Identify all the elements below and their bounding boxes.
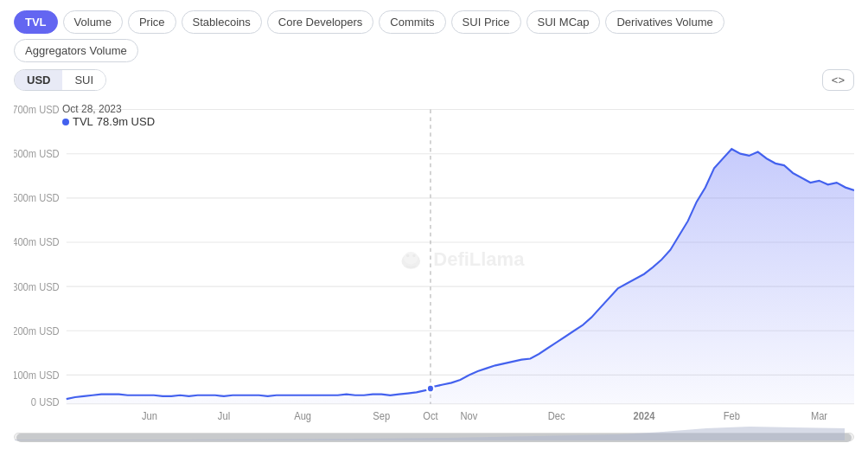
tooltip-tvl-label: TVL <box>73 115 93 128</box>
tab-derivatives-volume[interactable]: Derivatives Volume <box>605 10 724 34</box>
embed-button[interactable]: <> <box>822 69 854 91</box>
currency-sui[interactable]: SUI <box>62 70 105 90</box>
tab-core-developers[interactable]: Core Developers <box>267 10 374 34</box>
svg-text:300m USD: 300m USD <box>14 280 60 292</box>
svg-text:Feb: Feb <box>724 409 741 421</box>
scrollbar-area <box>14 425 854 449</box>
currency-group: USD SUI <box>14 69 106 91</box>
svg-text:200m USD: 200m USD <box>14 324 60 337</box>
svg-point-31 <box>427 385 434 393</box>
svg-text:100m USD: 100m USD <box>14 369 60 381</box>
tvl-chart: 700m USD 600m USD 500m USD 400m USD 300m… <box>14 96 854 423</box>
currency-row: USD SUI <> <box>14 69 854 91</box>
svg-text:Aug: Aug <box>294 409 311 421</box>
svg-text:Nov: Nov <box>461 409 478 421</box>
svg-text:2024: 2024 <box>634 409 655 421</box>
svg-text:700m USD: 700m USD <box>14 104 60 116</box>
svg-text:400m USD: 400m USD <box>14 236 60 248</box>
svg-text:Mar: Mar <box>811 409 827 421</box>
tab-sui-mcap[interactable]: SUI MCap <box>527 10 601 34</box>
tab-commits[interactable]: Commits <box>379 10 445 34</box>
tab-price[interactable]: Price <box>128 10 176 34</box>
svg-text:Sep: Sep <box>373 409 390 421</box>
main-container: TVL Volume Price Stablecoins Core Develo… <box>0 0 868 456</box>
chart-area: Oct 28, 2023 TVL 78.9m USD DefiLlama <box>14 96 854 423</box>
currency-usd[interactable]: USD <box>15 70 62 90</box>
svg-text:Jun: Jun <box>142 409 157 421</box>
svg-text:Jul: Jul <box>218 409 230 421</box>
tooltip: Oct 28, 2023 TVL 78.9m USD <box>62 103 155 128</box>
tab-aggregators-volume[interactable]: Aggregators Volume <box>14 39 138 62</box>
svg-text:500m USD: 500m USD <box>14 192 60 204</box>
tvl-dot <box>62 119 69 125</box>
scrollbar-track[interactable] <box>14 433 854 441</box>
tooltip-date: Oct 28, 2023 <box>62 103 155 115</box>
svg-text:600m USD: 600m USD <box>14 148 60 160</box>
svg-text:Oct: Oct <box>423 409 438 421</box>
mini-chart <box>15 425 845 440</box>
tab-stablecoins[interactable]: Stablecoins <box>182 10 262 34</box>
svg-text:Dec: Dec <box>548 409 565 421</box>
tabs-row1: TVL Volume Price Stablecoins Core Develo… <box>14 10 854 34</box>
tab-volume[interactable]: Volume <box>63 10 123 34</box>
tab-sui-price[interactable]: SUI Price <box>451 10 521 34</box>
tabs-row2: Aggregators Volume <box>14 39 854 62</box>
svg-text:0 USD: 0 USD <box>31 395 60 408</box>
tooltip-tvl: TVL 78.9m USD <box>62 115 155 128</box>
tab-tvl[interactable]: TVL <box>14 10 58 34</box>
tooltip-tvl-value: 78.9m USD <box>97 115 155 128</box>
